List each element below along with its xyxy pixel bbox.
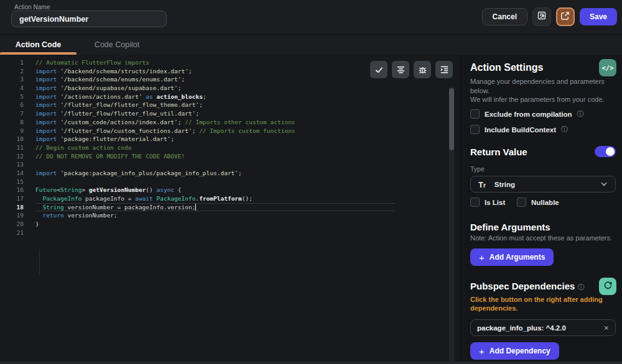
- info-icon[interactable]: ⓘ: [561, 125, 568, 134]
- line-number: 16: [0, 186, 24, 194]
- info-icon[interactable]: ⓘ: [578, 283, 585, 291]
- code-line[interactable]: 9import '/flutter_flow/custom_functions.…: [0, 127, 395, 135]
- code-line[interactable]: 17 PackageInfo packageInfo = await Packa…: [0, 194, 395, 203]
- cancel-button[interactable]: Cancel: [482, 8, 527, 25]
- code-toolbar: [370, 61, 453, 78]
- action-name-input[interactable]: [11, 11, 167, 27]
- code-line-text: [35, 160, 395, 169]
- code-line[interactable]: 13: [0, 160, 395, 169]
- exclude-from-compilation-checkbox[interactable]: Exclude from compilation ⓘ: [470, 109, 584, 119]
- code-line-text: [35, 229, 395, 237]
- pop-out-editor-button[interactable]: [532, 7, 551, 26]
- code-line[interactable]: 16Future<String> getVersionNumber() asyn…: [0, 186, 395, 194]
- code-line-text: import '/custom_code/actions/index.dart'…: [35, 118, 395, 127]
- toggle-knob: [606, 147, 615, 156]
- window-bottom-edge: [0, 362, 622, 364]
- indent-settings-button[interactable]: [435, 61, 453, 78]
- chevron-down-icon: [600, 179, 608, 190]
- scrollbar-thumb[interactable]: [449, 88, 454, 150]
- code-editor[interactable]: 1// Automatic FlutterFlow imports2import…: [0, 55, 460, 364]
- checkbox-box[interactable]: [517, 198, 526, 207]
- code-line[interactable]: 5import '/actions/actions.dart' as actio…: [0, 93, 395, 101]
- view-code-button[interactable]: </>: [599, 59, 616, 76]
- define-arguments-title: Define Arguments: [470, 222, 550, 232]
- info-icon[interactable]: ⓘ: [577, 109, 584, 119]
- tab-action-code[interactable]: Action Code: [0, 35, 77, 55]
- action-settings-title: Action Settings: [470, 62, 543, 73]
- close-icon[interactable]: ×: [604, 324, 609, 332]
- code-line-text: import '/flutter_flow/flutter_flow_theme…: [35, 101, 395, 109]
- action-settings-panel: Action Settings </> Manage your dependen…: [460, 55, 622, 364]
- format-align-icon: [396, 65, 406, 75]
- line-number: 19: [0, 211, 24, 220]
- compile-check-button[interactable]: [370, 61, 388, 78]
- code-line[interactable]: 15: [0, 178, 395, 186]
- code-line[interactable]: 11// Begin custom action code: [0, 143, 395, 152]
- refresh-icon: [603, 281, 613, 293]
- line-number: 21: [0, 229, 24, 237]
- check-icon: [374, 65, 384, 75]
- code-line-text: Future<String> getVersionNumber() async …: [35, 186, 395, 194]
- line-number: 3: [0, 75, 24, 84]
- line-number: 9: [0, 127, 24, 135]
- add-arguments-button[interactable]: + Add Arguments: [470, 248, 554, 266]
- code-line[interactable]: 2import '/backend/schema/structs/index.d…: [0, 67, 395, 76]
- define-arguments-note: Note: Action must accept these as parame…: [470, 234, 612, 242]
- is-list-checkbox[interactable]: Is List: [470, 198, 505, 207]
- tab-action-code-label: Action Code: [16, 40, 62, 49]
- code-line[interactable]: 21: [0, 229, 395, 237]
- expand-editor-button[interactable]: [556, 7, 575, 26]
- code-line[interactable]: 12// DO NOT REMOVE OR MODIFY THE CODE AB…: [0, 152, 395, 161]
- pubspec-warning: Click the button on the right after addi…: [470, 296, 604, 312]
- bug-icon: [418, 65, 427, 75]
- code-line[interactable]: 14import 'package:package_info_plus/pack…: [0, 169, 395, 178]
- code-line[interactable]: 7import '/flutter_flow/flutter_flow_util…: [0, 109, 395, 118]
- nullable-checkbox[interactable]: Nullable: [517, 198, 559, 207]
- tab-code-copilot[interactable]: Code Copilot: [83, 35, 151, 55]
- code-line-text: // Begin custom action code: [35, 143, 395, 152]
- return-value-toggle[interactable]: [595, 146, 616, 157]
- code-lines[interactable]: 1// Automatic FlutterFlow imports2import…: [0, 58, 395, 237]
- line-number: 13: [0, 160, 24, 169]
- code-line-text: // Automatic FlutterFlow imports: [35, 58, 395, 67]
- add-dependency-button[interactable]: + Add Dependency: [470, 342, 559, 360]
- debug-button[interactable]: [414, 61, 431, 78]
- checkbox-box[interactable]: [470, 198, 480, 207]
- editor-scrollbar[interactable]: [449, 87, 454, 364]
- code-line-text: import '/flutter_flow/custom_functions.d…: [35, 127, 395, 135]
- add-dependency-label: Add Dependency: [490, 347, 550, 355]
- format-code-button[interactable]: [392, 61, 409, 78]
- code-line[interactable]: 18 String versionNumber = packageInfo.ve…: [0, 203, 395, 212]
- plus-icon: +: [479, 252, 485, 263]
- checkbox-box[interactable]: [470, 109, 480, 119]
- code-line[interactable]: 8import '/custom_code/actions/index.dart…: [0, 118, 395, 127]
- return-type-dropdown[interactable]: Tr String: [470, 176, 616, 193]
- line-number: 20: [0, 220, 24, 229]
- editor-tabs: Action Code Code Copilot: [0, 35, 622, 55]
- plus-icon: +: [479, 346, 485, 357]
- line-number: 2: [0, 67, 24, 76]
- cancel-button-label: Cancel: [493, 12, 517, 21]
- code-line[interactable]: 4import '/backend/supabase/supabase.dart…: [0, 84, 395, 93]
- save-button[interactable]: Save: [580, 8, 617, 25]
- refresh-dependencies-button[interactable]: [599, 278, 616, 295]
- open-in-new-icon: [560, 11, 570, 23]
- include-buildcontext-checkbox[interactable]: Include BuildContext ⓘ: [470, 125, 568, 134]
- code-line-text: return versionNumber;: [35, 211, 395, 220]
- code-line[interactable]: 20}: [0, 220, 395, 229]
- pubspec-dependencies-title: Pubspec Dependencies ⓘ: [470, 281, 585, 292]
- type-label: Type: [470, 165, 485, 173]
- save-button-label: Save: [590, 12, 607, 21]
- exclude-from-compilation-label: Exclude from compilation: [485, 111, 572, 118]
- code-line[interactable]: 3import '/backend/schema/enums/enums.dar…: [0, 75, 395, 84]
- code-line[interactable]: 1// Automatic FlutterFlow imports: [0, 58, 395, 67]
- code-line[interactable]: 19 return versionNumber;: [0, 211, 395, 220]
- code-line[interactable]: 10import 'package:flutter/material.dart'…: [0, 135, 395, 143]
- code-line[interactable]: 6import '/flutter_flow/flutter_flow_them…: [0, 101, 395, 109]
- dependency-text: package_info_plus: ^4.2.0: [477, 324, 566, 332]
- code-line-text: import '/backend/supabase/supabase.dart'…: [35, 84, 395, 93]
- top-bar: Action Name Cancel: [0, 0, 622, 35]
- dependency-item[interactable]: package_info_plus: ^4.2.0 ×: [470, 319, 616, 336]
- checkbox-box[interactable]: [470, 125, 480, 134]
- line-number: 1: [0, 58, 24, 67]
